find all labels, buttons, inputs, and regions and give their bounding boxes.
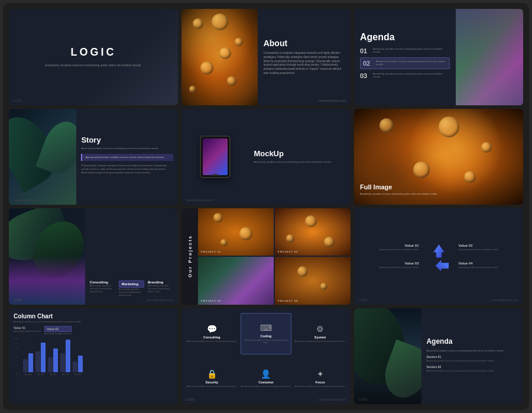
slide-7-services: Consulting Assertively visualize resourc… [9,208,178,305]
agenda-item-3: 03 Assertively visualize resource-maximi… [360,72,450,79]
value-name-4: Value 04 [459,262,518,265]
icons-grid: 💬 Consulting Assertively visualize resou… [186,313,346,400]
icon-title-system: System [314,335,326,339]
service-name-active: Marketing [119,280,144,288]
agenda-text: Assertively visualize resource-maximizin… [373,72,450,79]
y-label: 0 [17,373,18,376]
consulting-icon: 💬 [207,324,217,334]
focus-icon: ✦ [317,369,324,379]
bar-dark [60,353,65,372]
slide4-image [9,109,76,205]
icon-security: 🔒 Security Assertively visualize resourc… [186,357,238,399]
bubble [227,76,236,86]
chart-value-1: Value 01 Assertively visualize resource [14,326,41,335]
value-desc-1: maximizing action items via intuitive re… [360,249,419,251]
bubble [212,14,228,30]
bar-label-2: Item 02 [37,373,44,376]
slide9-footer-right: www.slideshare.com [491,298,518,302]
value-name-3: Value 03 [360,262,419,265]
bar-pair [48,349,58,372]
slide12-footer: LOGO [359,398,367,401]
project-1: PROJECT 01 [198,208,274,256]
bubble [213,213,223,222]
slide5-content: MockUp Assertively visualize resource-ma… [249,144,351,169]
service-branding: Branding Assertively visualize resource-… [148,280,173,297]
slide4-content: Story Assertively visualize resource-max… [76,109,178,205]
service-desc: Assertively visualize resource-maximizin… [90,284,115,293]
bar-blue [78,356,83,372]
bar-label-3: Item 03 [50,373,57,376]
bar-chart: Item 01 Item 02 Item 03 [23,340,173,376]
slide-5-mockup: MockUp Assertively visualize resource-ma… [181,109,351,205]
bubble [305,215,317,227]
project-label-2: PROJECT 02 [278,250,298,253]
icon-costumer: 👤 Costumer Assertively visualize resourc… [241,357,292,399]
bubble [193,18,203,29]
slide4-body: Professionally strategize enterprise the… [81,164,173,175]
slide1-title: LOGIC [71,46,116,59]
chart-val-desc-2: Assertively visualize resource [44,333,72,335]
slide2-desc: Conveniently re-engineer integrated netw… [264,51,345,76]
bubble [200,62,213,75]
bar-label-1: Item 01 [25,373,32,376]
bar-pair [23,353,33,372]
icon-desc-coding: Assertively visualize resource-maximizin… [241,339,291,344]
bubble [220,239,228,246]
agenda-item-2-active: 02 Assertively visualize resource-maximi… [360,57,450,69]
aurora-effect [9,256,85,304]
icon-coding: ⌨ Coding Assertively visualize resource-… [241,313,292,355]
value-3: Value 03 maximizing action items via int… [360,262,419,269]
slide12-sub: Assertively visualize resource-maximizin… [426,349,518,353]
slide8-title: Our Projects [187,235,193,278]
icon-title-security: Security [205,380,218,384]
slide-12-agenda2: Agenda Assertively visualize resource-ma… [354,308,523,405]
service-desc: Assertively visualize resource-maximizin… [148,284,173,293]
icon-title-consulting: Consulting [203,335,220,339]
bar-label-4: Item 04 [62,373,69,376]
security-icon: 🔒 [207,369,217,379]
slide5-title: MockUp [254,149,346,158]
project-label-3: PROJECT 03 [201,299,221,302]
slide12-title: Agenda [426,337,518,346]
values-grid: Value 01 maximizing action items via int… [360,240,517,273]
section-desc-2: Assertively visualize resource-maximizin… [426,370,518,373]
agenda-text: Assertively visualize resource-maximizin… [376,60,447,66]
icon-desc-system: Assertively visualize resource-maximizin… [295,340,345,343]
bubble [324,237,335,247]
project-label-1: PROJECT 01 [201,250,221,253]
bar-blue [28,353,33,372]
slide7-image [9,208,85,305]
bar-pair [35,343,46,372]
icon-title-costumer: Costumer [258,380,274,384]
bar-dark [73,362,77,372]
slide2-bubbles [181,9,258,105]
value-name-1: Value 01 [360,244,419,247]
y-label: 25 [15,364,18,367]
slide11-footer-right: www.slideshare.com [319,398,346,401]
slide2-content: About Conveniently re-engineer integrate… [258,9,351,105]
slide5-tablet-wrap [181,109,249,205]
bubble [189,86,196,93]
bubble [235,38,243,46]
slide7-footer-right: www.slideshare.com [146,298,173,302]
bar-blue [66,340,70,372]
agenda-text: Assertively visualize resource-maximizin… [373,47,450,54]
bar-label-5: Item 05 [74,373,82,376]
slide1-footer: LOGO [14,99,22,102]
service-consulting: Consulting Assertively visualize resourc… [90,280,115,297]
slide7-footer: LOGO [14,298,22,302]
slide4-highlight: Appropriately fabricate scalable custome… [81,154,173,161]
bar-pair [73,356,83,372]
bar-pair [60,340,70,372]
value-desc-3: maximizing action items via intuitive re… [360,266,419,269]
bubble [439,117,459,137]
slide9-footer: LOGO [359,298,367,302]
bubble [219,47,231,59]
slide6-title: Full Image [360,183,437,191]
presentation-grid: LOGIC Assertively visualize resource-max… [3,3,529,410]
y-label: 50 [15,356,18,358]
tablet-button [213,174,218,176]
slide5-footer: www.slideshare.com [186,198,213,202]
recycle-icon [423,240,455,273]
icon-consulting: 💬 Consulting Assertively visualize resou… [186,313,238,355]
